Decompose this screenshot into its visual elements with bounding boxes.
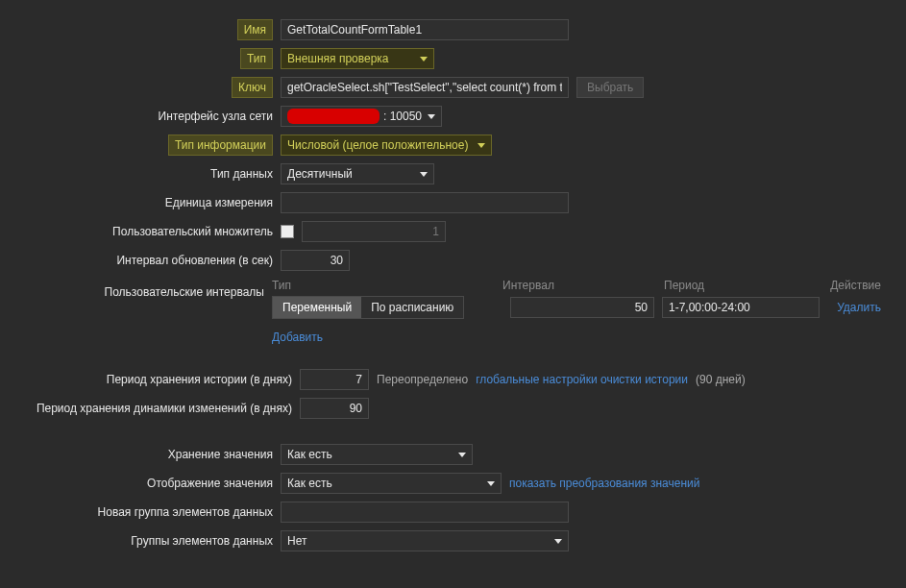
update-interval-label: Интервал обновления (в сек) — [0, 250, 281, 271]
host-interface-label: Интерфейс узла сети — [0, 106, 281, 127]
int-head-interval: Интервал — [502, 279, 656, 292]
int-head-action: Действие — [820, 279, 887, 292]
unit-label: Единица измерения — [0, 192, 281, 213]
multiplier-label: Пользовательский множитель — [0, 221, 281, 242]
name-input[interactable] — [281, 19, 569, 40]
new-app-group-label: Новая группа элементов данных — [0, 502, 281, 523]
interval-type-segment: Переменный По расписанию — [272, 296, 464, 319]
app-groups-select[interactable]: Нет — [281, 530, 569, 551]
value-show-label: Отображение значения — [0, 473, 281, 494]
new-app-group-input[interactable] — [281, 502, 569, 523]
key-input[interactable] — [281, 77, 569, 98]
update-interval-input[interactable] — [281, 250, 350, 271]
host-port: : 10050 — [383, 110, 422, 123]
interval-scheduled-button[interactable]: По расписанию — [361, 297, 463, 318]
trends-period-label: Период хранения динамики изменений (в дн… — [0, 398, 300, 419]
history-overridden-text: Переопределено — [377, 373, 468, 386]
item-form: Имя Тип Внешняя проверка Ключ Выбрать Ин… — [0, 19, 906, 551]
show-value-map-link[interactable]: показать преобразования значений — [509, 477, 699, 490]
data-type-label: Тип данных — [0, 163, 281, 184]
info-type-select[interactable]: Числовой (целое положительное) — [281, 135, 492, 156]
int-head-period: Период — [656, 279, 820, 292]
custom-intervals-block: Тип Интервал Период Действие Переменный … — [272, 279, 887, 344]
type-select[interactable]: Внешняя проверка — [281, 48, 434, 69]
trends-days-input[interactable] — [300, 398, 369, 419]
data-type-select[interactable]: Десятичный — [281, 163, 434, 184]
key-label: Ключ — [0, 77, 281, 98]
interval-period-input[interactable] — [662, 297, 820, 318]
type-label: Тип — [0, 48, 281, 69]
host-interface-select[interactable]: : 10050 — [281, 106, 442, 127]
multiplier-checkbox[interactable] — [281, 225, 294, 238]
int-head-type: Тип — [272, 279, 502, 292]
interval-add-link[interactable]: Добавить — [272, 331, 323, 344]
interval-row: Переменный По расписанию Удалить — [272, 296, 887, 319]
history-period-label: Период хранения истории (в днях) — [0, 369, 300, 390]
multiplier-input — [302, 221, 446, 242]
value-show-select[interactable]: Как есть — [281, 473, 502, 494]
history-global-days: (90 дней) — [696, 373, 746, 386]
interval-delete-link[interactable]: Удалить — [837, 301, 881, 314]
interval-value-input[interactable] — [510, 297, 654, 318]
app-groups-label: Группы элементов данных — [0, 530, 281, 551]
value-store-label: Хранение значения — [0, 444, 281, 465]
key-select-button: Выбрать — [576, 77, 644, 98]
interval-flexible-button[interactable]: Переменный — [273, 297, 361, 318]
custom-intervals-label: Пользовательские интервалы — [0, 279, 272, 303]
host-ip-redacted — [287, 109, 380, 124]
info-type-label: Тип информации — [0, 135, 281, 156]
unit-input[interactable] — [281, 192, 569, 213]
history-global-link[interactable]: глобальные настройки очистки истории — [476, 373, 688, 386]
value-store-select[interactable]: Как есть — [281, 444, 473, 465]
name-label: Имя — [0, 19, 281, 40]
history-days-input[interactable] — [300, 369, 369, 390]
